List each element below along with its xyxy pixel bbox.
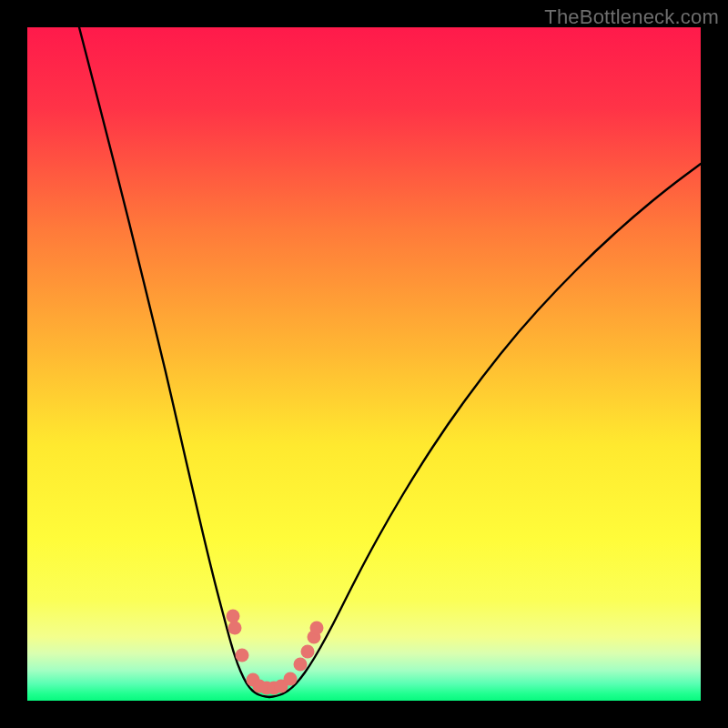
data-marker [301, 645, 315, 659]
series-left-branch [79, 27, 269, 697]
data-marker [236, 649, 249, 662]
chart-frame: TheBottleneck.com [0, 0, 728, 728]
data-marker [294, 658, 308, 672]
watermark-text: TheBottleneck.com [544, 5, 719, 29]
data-marker [228, 622, 242, 635]
data-marker [310, 622, 324, 635]
data-marker [284, 672, 298, 686]
series-right-branch [269, 164, 701, 697]
plot-area [27, 27, 701, 701]
curve-layer [27, 27, 701, 701]
data-marker [227, 610, 240, 623]
